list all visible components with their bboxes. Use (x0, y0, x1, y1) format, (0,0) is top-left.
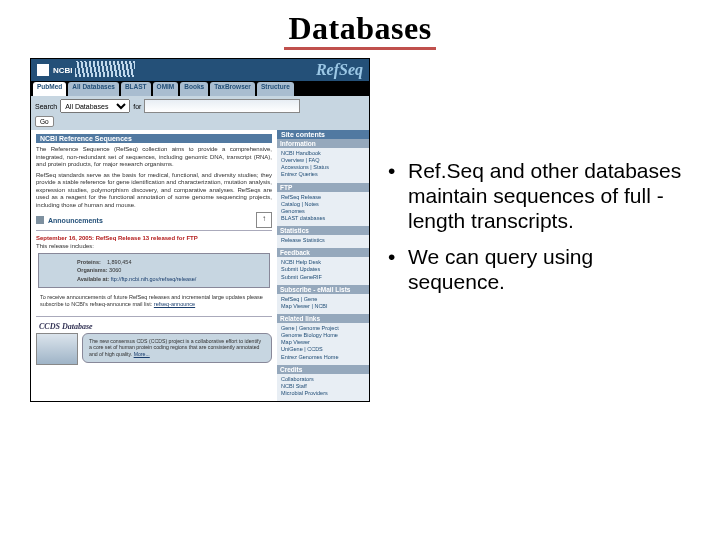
sidebar-item[interactable]: Release Statistics (281, 237, 365, 244)
bullet-text: Ref.Seq and other databases maintain seq… (408, 158, 690, 234)
sidebar-item[interactable]: Submit Updates (281, 266, 365, 273)
available-label: Available at: (77, 276, 109, 282)
sidebar-ftp-h: FTP (277, 183, 369, 192)
announcement-date: September 16, 2005: RefSeq Release 13 re… (36, 233, 272, 242)
search-bar-2: Go (31, 116, 369, 130)
ftp-link[interactable]: ftp://ftp.ncbi.nih.gov/refseq/release/ (111, 276, 197, 282)
nav-tabs: PubMed All Databases BLAST OMIM Books Ta… (31, 81, 369, 96)
sidebar-item[interactable]: Accessions | Status (281, 164, 365, 171)
ccds-text: The new consensus CDS (CCDS) project is … (89, 338, 261, 358)
ncbi-header-bar: NCBI RefSeq (31, 59, 369, 81)
sidebar: Site contents Information NCBI Handbook … (277, 130, 369, 401)
ccds-heading: CCDS Database (36, 319, 272, 333)
tab-blast[interactable]: BLAST (121, 82, 151, 96)
sidebar-item[interactable]: BLAST databases (281, 215, 365, 222)
ncbi-brand: NCBI (53, 66, 73, 75)
proteins-label: Proteins: (77, 259, 101, 265)
sidebar-item[interactable]: Submit GeneRIF (281, 274, 365, 281)
slide-bullets: • Ref.Seq and other databases maintain s… (388, 58, 690, 402)
square-bullet-icon (36, 216, 44, 224)
ncbi-logo-icon (37, 64, 49, 76)
sidebar-item[interactable]: Microbial Providers (281, 390, 365, 397)
sidebar-item[interactable]: NCBI Help Desk (281, 259, 365, 266)
slide-title: Databases (30, 10, 690, 50)
subscribe-text: To receive announcements of future RefSe… (36, 292, 272, 314)
sidebar-contents-h: Site contents (277, 130, 369, 139)
refseq-announce-link[interactable]: refseq-announce (154, 301, 195, 307)
bullet-icon: • (388, 158, 408, 234)
tab-tax[interactable]: TaxBrowser (210, 82, 255, 96)
announcements-row: Announcements ↑ (36, 212, 272, 228)
organisms-value: 3060 (109, 267, 121, 273)
sidebar-item[interactable]: NCBI Handbook (281, 150, 365, 157)
sidebar-stat-h: Statistics (277, 226, 369, 235)
sidebar-sub-h: Subscribe - eMail Lists (277, 285, 369, 294)
tab-omim[interactable]: OMIM (153, 82, 179, 96)
search-for-label: for (133, 103, 141, 110)
go-button[interactable]: Go (35, 116, 54, 127)
sidebar-item[interactable]: Gene | Genome Project (281, 325, 365, 332)
sidebar-item[interactable]: Collaborators (281, 376, 365, 383)
sidebar-fb-h: Feedback (277, 248, 369, 257)
sidebar-item[interactable]: Genomes (281, 208, 365, 215)
sidebar-item[interactable]: Genome Biology Home (281, 332, 365, 339)
up-arrow-button[interactable]: ↑ (256, 212, 272, 228)
tab-pubmed[interactable]: PubMed (33, 82, 66, 96)
dna-helix-icon (75, 61, 135, 77)
sidebar-item[interactable]: RefSeq | Gene (281, 296, 365, 303)
bullet-text: We can query using sequence. (408, 244, 690, 294)
announcements-label: Announcements (48, 217, 103, 224)
tab-struct[interactable]: Structure (257, 82, 294, 96)
search-bar: Search All Databases for (31, 96, 369, 116)
search-label: Search (35, 103, 57, 110)
ccds-description-box: The new consensus CDS (CCDS) project is … (82, 333, 272, 363)
sidebar-item[interactable]: Overview | FAQ (281, 157, 365, 164)
refseq-logo: RefSeq (316, 61, 363, 79)
sidebar-item[interactable]: Map Viewer | NCBI (281, 303, 365, 310)
sidebar-item[interactable]: UniGene | CCDS (281, 346, 365, 353)
screenshot-ncbi-refseq: NCBI RefSeq PubMed All Databases BLAST O… (30, 58, 370, 402)
proteins-value: 1,890,454 (107, 259, 131, 265)
tab-books[interactable]: Books (180, 82, 208, 96)
sidebar-item[interactable]: RefSeq Release (281, 194, 365, 201)
sidebar-item[interactable]: Catalog | Notes (281, 201, 365, 208)
ccds-more-link[interactable]: More... (134, 351, 150, 357)
sidebar-item[interactable]: NCBI Staff (281, 383, 365, 390)
organisms-label: Organisms: (77, 267, 108, 273)
sidebar-cred-h: Credits (277, 365, 369, 374)
sidebar-item[interactable]: Entrez Genomes Home (281, 354, 365, 361)
sidebar-rel-h: Related links (277, 314, 369, 323)
main-heading: NCBI Reference Sequences (36, 134, 272, 143)
sidebar-info-h: Information (277, 139, 369, 148)
sidebar-item[interactable]: Map Viewer (281, 339, 365, 346)
intro-para-2: RefSeq standards serve as the basis for … (36, 172, 272, 210)
intro-para-1: The Reference Sequence (RefSeq) collecti… (36, 146, 272, 169)
release-stats-box: Proteins: 1,890,454 Organisms: 3060 Avai… (38, 253, 270, 288)
search-db-select[interactable]: All Databases (60, 99, 130, 113)
bullet-icon: • (388, 244, 408, 294)
search-input[interactable] (144, 99, 300, 113)
tab-alldbs[interactable]: All Databases (68, 82, 119, 96)
sidebar-item[interactable]: Entrez Queries (281, 171, 365, 178)
ccds-thumbnail (36, 333, 78, 365)
announcement-subtitle: This release includes: (36, 242, 272, 251)
